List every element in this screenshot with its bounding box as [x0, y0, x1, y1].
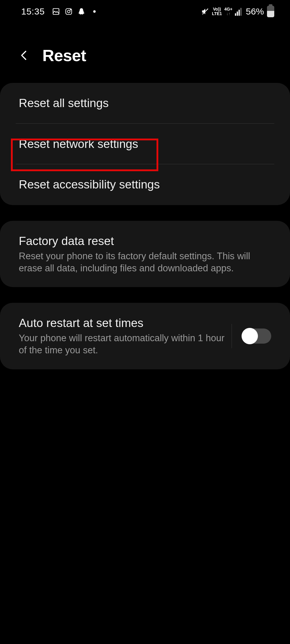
item-subtitle: Your phone will restart automatically wi… [19, 332, 229, 357]
snapchat-icon [77, 7, 85, 16]
item-title: Reset accessibility settings [19, 177, 271, 192]
toggle-text: Auto restart at set times Your phone wil… [19, 315, 229, 356]
reset-all-settings-item[interactable]: Reset all settings [0, 83, 290, 124]
svg-point-3 [70, 9, 71, 10]
item-title: Reset network settings [19, 136, 271, 152]
status-right: Vo)) LTE1 4G+ ↓↑ 56% [201, 6, 274, 17]
reset-network-settings-item[interactable]: Reset network settings [0, 124, 290, 165]
svg-point-2 [67, 10, 70, 13]
reset-accessibility-settings-item[interactable]: Reset accessibility settings [0, 164, 290, 205]
auto-restart-item[interactable]: Auto restart at set times Your phone wil… [0, 303, 290, 369]
page-header: Reset [0, 22, 290, 83]
signal-icon [235, 7, 242, 16]
status-time: 15:35 [21, 6, 45, 17]
toggle-divider [232, 324, 232, 348]
more-notifications-dot-icon [93, 10, 96, 13]
status-left: 15:35 [21, 6, 96, 17]
status-bar: 15:35 Vo)) LTE1 4G+ ↓↑ 56% [0, 0, 290, 22]
mute-icon [201, 7, 209, 16]
reset-options-card: Reset all settings Reset network setting… [0, 83, 290, 205]
instagram-icon [65, 8, 73, 15]
item-title: Reset all settings [19, 96, 271, 111]
battery-icon [267, 6, 274, 17]
back-icon[interactable] [18, 49, 30, 61]
auto-restart-toggle[interactable] [242, 329, 271, 344]
volte-indicator: Vo)) LTE1 [212, 7, 222, 16]
toggle-knob-icon [242, 328, 258, 344]
item-subtitle: Reset your phone to its factory default … [19, 250, 271, 275]
item-title: Auto restart at set times [19, 315, 229, 331]
auto-restart-card: Auto restart at set times Your phone wil… [0, 303, 290, 369]
factory-data-reset-item[interactable]: Factory data reset Reset your phone to i… [0, 221, 290, 287]
gallery-icon [52, 8, 60, 15]
item-title: Factory data reset [19, 234, 271, 249]
battery-percentage: 56% [246, 6, 264, 17]
factory-reset-card: Factory data reset Reset your phone to i… [0, 221, 290, 287]
page-title: Reset [42, 46, 86, 65]
data-indicator: 4G+ ↓↑ [224, 7, 232, 16]
